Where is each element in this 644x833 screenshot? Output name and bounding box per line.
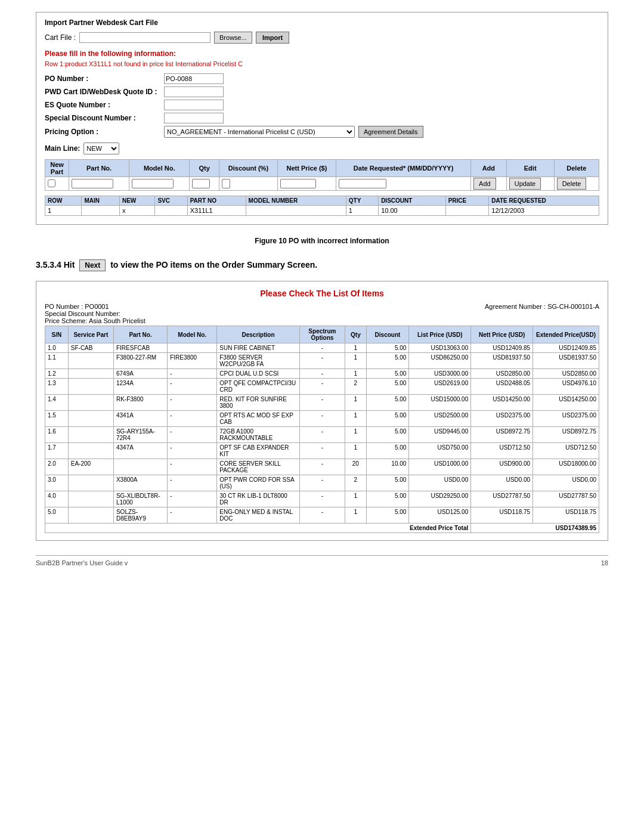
cell-list-price: USD2619.00 — [409, 379, 471, 395]
cell-discount: 5.00 — [366, 343, 409, 353]
import-button[interactable]: Import — [256, 32, 289, 44]
cell-service-part: EA-200 — [68, 459, 113, 475]
cell-description: 30 CT RK LIB-1 DLT8000 DR — [217, 491, 300, 507]
cell-nett-price: USD14250.00 — [471, 395, 533, 411]
cell-list-price: USD750.00 — [409, 443, 471, 459]
new-part-checkbox[interactable] — [48, 179, 55, 187]
part-no-cell — [69, 177, 129, 191]
section-suffix: to view the PO items on the Order Summar… — [110, 260, 317, 270]
row-number: 1 — [45, 206, 82, 216]
special-discount-input[interactable] — [164, 113, 224, 123]
order-summary-box: Please Check The List Of Items PO Number… — [36, 281, 608, 541]
next-button-inline[interactable]: Next — [79, 259, 106, 271]
th-add: Add — [471, 160, 507, 177]
update-part-button[interactable]: Update — [509, 178, 541, 190]
special-discount-display: Special Discount Number: — [45, 310, 145, 317]
po-number-label: PO Number : — [45, 75, 164, 83]
order-summary-title: Please Check The List Of Items — [45, 289, 599, 298]
th-nett-price: Nett Price ($) — [277, 160, 336, 177]
cell-description: F3800 SERVER W2CPU/2GB FA — [217, 353, 300, 369]
order-summary-header: PO Number : PO0001 Special Discount Numb… — [45, 303, 599, 324]
cell-list-price: USD9445.00 — [409, 427, 471, 443]
cell-extended-price: USD18000.00 — [533, 459, 599, 475]
cart-file-input[interactable] — [79, 32, 210, 43]
cell-qty: 1 — [345, 353, 367, 369]
cell-sn: 1.4 — [45, 395, 69, 411]
es-quote-input[interactable] — [164, 100, 224, 110]
section-heading: 3.5.3.4 Hit Next to view the PO items on… — [36, 259, 608, 271]
parts-input-row: Add Update Delete — [45, 177, 599, 191]
agreement-details-button[interactable]: Agreement Details — [358, 126, 423, 138]
cell-spectrum: - — [299, 491, 345, 507]
main-line-label: Main Line: — [45, 144, 80, 153]
cell-part-no — [113, 459, 167, 475]
row-part-no: X311L1 — [187, 206, 246, 216]
nett-price-field[interactable] — [280, 179, 316, 188]
data-rows-table: ROW MAIN NEW SVC PART NO MODEL NUMBER QT… — [45, 196, 599, 216]
table-row: 3.0 X3800A - OPT PWR CORD FOR SSA (US) -… — [45, 475, 599, 491]
cell-description: ENG-ONLY MED & INSTAL DOC — [217, 507, 300, 524]
cell-service-part: SF-CAB — [68, 343, 113, 353]
cell-discount: 5.00 — [366, 369, 409, 379]
th-part-no-order: Part No. — [113, 326, 167, 343]
cell-extended-price: USD81937.50 — [533, 353, 599, 369]
th-list-price: List Price (USD) — [409, 326, 471, 343]
form-title: Import Partner Webdesk Cart File — [45, 18, 599, 27]
cell-extended-price: USD118.75 — [533, 507, 599, 524]
cell-part-no: X3800A — [113, 475, 167, 491]
th-discount-order: Discount — [366, 326, 409, 343]
cell-extended-price: USD27787.50 — [533, 491, 599, 507]
cell-qty: 1 — [345, 411, 367, 427]
cell-model-no: - — [168, 507, 217, 524]
cell-description: OPT QFE COMPACTPCI/3U CRD — [217, 379, 300, 395]
cell-part-no: SG-ARY155A-72R4 — [113, 427, 167, 443]
browse-button[interactable]: Browse... — [214, 32, 252, 44]
th-extended-price: Extended Price(USD) — [533, 326, 599, 343]
main-line-select[interactable]: NEW — [83, 143, 119, 154]
cell-list-price: USD86250.00 — [409, 353, 471, 369]
cell-nett-price: USD0.00 — [471, 475, 533, 491]
cell-spectrum: - — [299, 411, 345, 427]
cell-description: RED. KIT FOR SUNFIRE 3800 — [217, 395, 300, 411]
es-quote-row: ES Quote Number : — [45, 100, 599, 110]
cell-spectrum: - — [299, 427, 345, 443]
cell-qty: 1 — [345, 507, 367, 524]
th-new-part: New Part — [45, 160, 69, 177]
cell-part-no: 4341A — [113, 411, 167, 427]
cell-spectrum: - — [299, 395, 345, 411]
cell-description: 72GB A1000 RACKMOUNTABLE — [217, 427, 300, 443]
pricing-option-select[interactable]: NO_AGREEMENT - International Pricelist C… — [164, 126, 355, 138]
date-field[interactable] — [339, 179, 386, 188]
cell-extended-price: USD2375.00 — [533, 411, 599, 427]
checkbox-cell — [45, 177, 69, 191]
cell-sn: 1.5 — [45, 411, 69, 427]
special-discount-row: Special Discount Number : — [45, 113, 599, 123]
table-row: 1.3 1234A - OPT QFE COMPACTPCI/3U CRD - … — [45, 379, 599, 395]
cell-list-price: USD29250.00 — [409, 491, 471, 507]
cell-spectrum: - — [299, 343, 345, 353]
part-no-field[interactable] — [72, 179, 113, 188]
model-no-field[interactable] — [132, 179, 174, 188]
row-date: 12/12/2003 — [489, 206, 599, 216]
cell-qty: 1 — [345, 343, 367, 353]
th-date-data: DATE REQUESTED — [489, 196, 599, 206]
th-spectrum: Spectrum Options — [299, 326, 345, 343]
table-row: 5.0 SOLZS-D8EB9AY9 - ENG-ONLY MED & INST… — [45, 507, 599, 524]
po-number-input[interactable] — [164, 73, 224, 84]
cell-model-no: - — [168, 411, 217, 427]
cell-discount: 5.00 — [366, 379, 409, 395]
th-discount: Discount (%) — [219, 160, 278, 177]
add-part-button[interactable]: Add — [473, 178, 496, 190]
th-new: NEW — [119, 196, 154, 206]
delete-part-button[interactable]: Delete — [557, 178, 587, 190]
agreement-number-display: Agreement Number : SG-CH-000101-A — [485, 303, 599, 324]
cell-nett-price: USD900.00 — [471, 459, 533, 475]
cell-qty: 1 — [345, 491, 367, 507]
qty-field[interactable] — [192, 179, 210, 188]
pwd-cart-input[interactable] — [164, 86, 224, 97]
cell-service-part — [68, 411, 113, 427]
discount-field[interactable] — [222, 179, 230, 188]
warning-text: Please fill in the following information… — [45, 49, 599, 58]
cell-service-part — [68, 379, 113, 395]
discount-cell — [219, 177, 278, 191]
